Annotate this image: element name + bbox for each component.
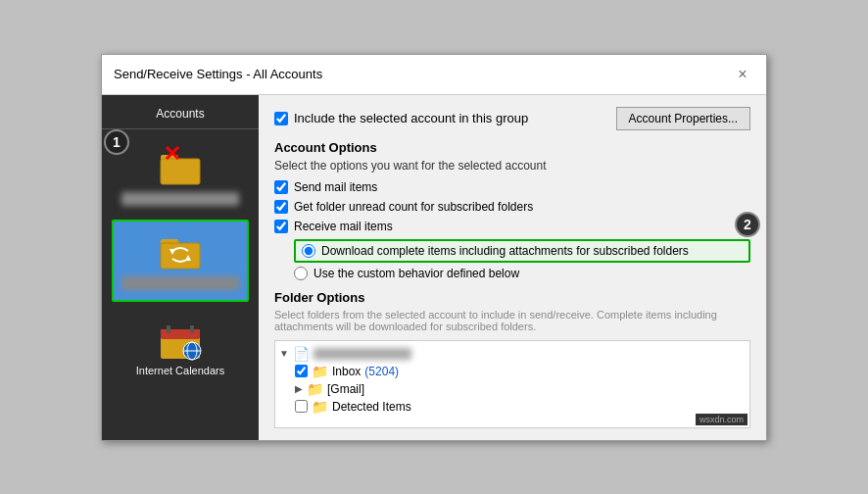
close-button[interactable]: × bbox=[731, 63, 754, 86]
account-options-title: Account Options bbox=[274, 140, 750, 155]
sidebar-item-account2[interactable] bbox=[112, 220, 249, 302]
svg-rect-5 bbox=[161, 243, 200, 269]
get-folder-count-label[interactable]: Get folder unread count for subscribed f… bbox=[294, 200, 533, 214]
gmail-label: [Gmail] bbox=[327, 382, 364, 396]
account-options-subtitle: Select the options you want for the sele… bbox=[274, 159, 750, 173]
root-folder-name-blurred bbox=[313, 348, 411, 360]
folder-icon-gmail: 📁 bbox=[307, 381, 323, 397]
send-receive-dialog: Send/Receive Settings - All Accounts × A… bbox=[101, 54, 767, 441]
chevron-down-icon: ▼ bbox=[279, 348, 289, 359]
top-row: Include the selected account in this gro… bbox=[274, 107, 750, 130]
account2-name-blurred bbox=[121, 276, 239, 290]
folder-icon-inbox: 📁 bbox=[312, 364, 328, 379]
send-mail-checkbox[interactable] bbox=[274, 180, 288, 194]
inbox-checkbox[interactable] bbox=[295, 365, 308, 377]
include-row: Include the selected account in this gro… bbox=[274, 111, 528, 125]
custom-behavior-radio[interactable] bbox=[294, 267, 308, 280]
tree-row-inbox[interactable]: 📁 Inbox (5204) bbox=[279, 363, 746, 380]
dialog-body: Accounts 1 bbox=[102, 95, 766, 440]
internet-calendars-label: Internet Calendars bbox=[136, 365, 225, 376]
dialog-title: Send/Receive Settings - All Accounts bbox=[114, 67, 322, 81]
detected-items-checkbox[interactable] bbox=[295, 400, 308, 413]
download-complete-label[interactable]: Download complete items including attach… bbox=[321, 244, 689, 258]
account2-icon bbox=[157, 229, 204, 271]
download-complete-radio[interactable] bbox=[302, 244, 315, 258]
internet-calendars-icon bbox=[159, 321, 202, 361]
watermark: wsxdn.com bbox=[696, 414, 747, 425]
custom-behavior-label[interactable]: Use the custom behavior defined below bbox=[313, 267, 519, 280]
svg-rect-6 bbox=[161, 239, 178, 245]
main-content: Include the selected account in this gro… bbox=[259, 95, 766, 440]
folder-options-description: Select folders from the selected account… bbox=[274, 309, 750, 332]
badge-2: 2 bbox=[735, 212, 760, 237]
option-send-mail: Send mail items bbox=[274, 180, 750, 194]
sidebar-item-internet-calendars[interactable]: Internet Calendars bbox=[112, 314, 249, 384]
svg-rect-0 bbox=[161, 159, 200, 184]
receive-mail-checkbox[interactable] bbox=[274, 220, 288, 233]
svg-rect-13 bbox=[190, 325, 194, 333]
include-label[interactable]: Include the selected account in this gro… bbox=[294, 111, 528, 125]
badge-1: 1 bbox=[104, 129, 129, 155]
sidebar-label: Accounts bbox=[102, 103, 259, 129]
title-bar: Send/Receive Settings - All Accounts × bbox=[102, 55, 766, 95]
radio-group: Download complete items including attach… bbox=[294, 239, 750, 280]
detected-items-label: Detected Items bbox=[332, 400, 411, 414]
chevron-right-icon: ▶ bbox=[295, 383, 303, 394]
folder-tree[interactable]: ▼ 📄 📁 Inbox (5204) ▶ 📁 [Gmail] bbox=[274, 340, 750, 428]
radio-download-complete: Download complete items including attach… bbox=[294, 239, 750, 263]
radio-custom-behavior: Use the custom behavior defined below bbox=[294, 267, 750, 280]
account1-icon bbox=[157, 145, 204, 186]
account1-name-blurred bbox=[121, 192, 239, 206]
sidebar-item-account1[interactable]: 1 bbox=[112, 137, 249, 216]
inbox-count: (5204) bbox=[364, 365, 399, 378]
tree-row-root[interactable]: ▼ 📄 bbox=[279, 345, 746, 363]
get-folder-count-checkbox[interactable] bbox=[274, 200, 288, 214]
tree-row-gmail[interactable]: ▶ 📁 [Gmail] bbox=[279, 380, 746, 398]
folder-icon-detected: 📁 bbox=[312, 399, 328, 415]
folder-options-title: Folder Options bbox=[274, 290, 750, 305]
account-properties-button[interactable]: Account Properties... bbox=[616, 107, 750, 130]
sidebar: Accounts 1 bbox=[102, 95, 259, 440]
option-get-folder-count: Get folder unread count for subscribed f… bbox=[274, 200, 750, 214]
tree-row-detected-items[interactable]: 📁 Detected Items bbox=[279, 398, 746, 416]
option-receive-mail: Receive mail items 2 bbox=[274, 220, 750, 233]
include-checkbox[interactable] bbox=[274, 112, 288, 125]
folder-icon: 📄 bbox=[293, 346, 310, 362]
send-mail-label[interactable]: Send mail items bbox=[294, 180, 377, 194]
inbox-label: Inbox bbox=[332, 365, 361, 378]
receive-mail-label[interactable]: Receive mail items bbox=[294, 220, 393, 233]
svg-rect-12 bbox=[167, 325, 170, 333]
